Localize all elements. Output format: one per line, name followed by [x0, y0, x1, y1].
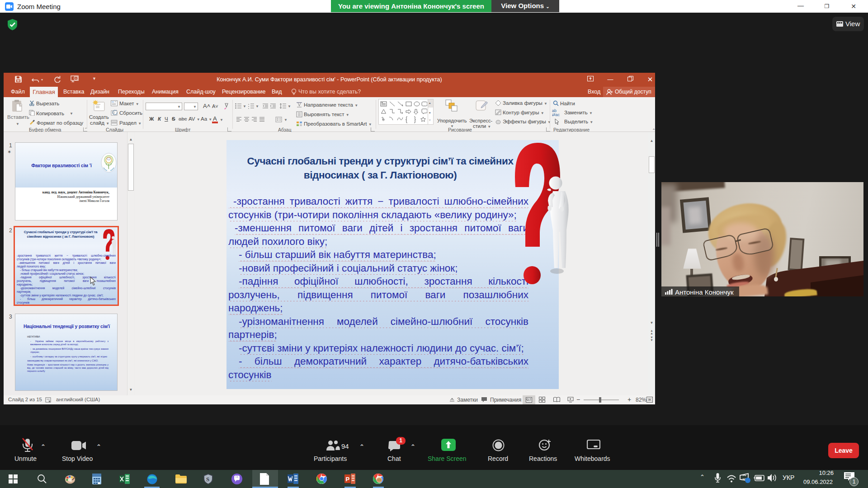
- svg-text:P: P: [346, 476, 350, 483]
- svg-text:S: S: [206, 476, 209, 483]
